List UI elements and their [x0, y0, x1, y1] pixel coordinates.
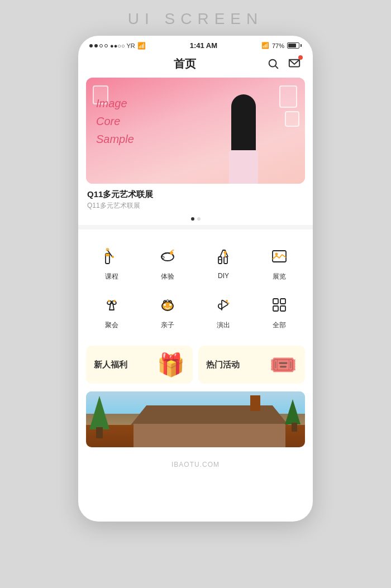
promo-row: 新人福利 🎁 热门活动 🎟️ — [78, 340, 313, 389]
slide-dot-2[interactable] — [197, 217, 201, 221]
svg-point-24 — [166, 300, 169, 302]
category-performance[interactable]: 演出 — [196, 287, 251, 336]
experience-label: 体验 — [161, 272, 174, 281]
category-all[interactable]: 全部 — [251, 287, 307, 336]
svg-point-22 — [164, 304, 166, 306]
svg-point-23 — [169, 304, 171, 306]
svg-point-10 — [162, 256, 164, 259]
status-bar: ●●○○ YR 📶 1:41 AM 📶 77% — [78, 36, 313, 52]
svg-rect-29 — [273, 306, 278, 311]
diy-icon — [211, 244, 236, 269]
svg-point-7 — [107, 248, 109, 251]
category-grid: 课程 体验 — [78, 230, 313, 340]
battery-body — [287, 42, 299, 49]
person-hair — [231, 94, 256, 150]
svg-rect-28 — [280, 299, 285, 304]
banner-line3: Sample — [96, 130, 134, 148]
banner-frame-3 — [285, 111, 299, 127]
search-button[interactable] — [265, 55, 282, 72]
svg-point-25 — [226, 300, 228, 302]
party-icon — [99, 293, 124, 317]
course-label: 课程 — [105, 272, 118, 281]
svg-line-1 — [275, 66, 278, 68]
svg-rect-13 — [224, 257, 227, 264]
svg-point-26 — [228, 303, 230, 304]
battery-fill — [288, 44, 296, 47]
banner-frame-2 — [279, 85, 297, 108]
promo-hot-events-label: 热门活动 — [206, 360, 240, 370]
performance-icon — [211, 293, 236, 317]
promo-hot-events[interactable]: 热门活动 🎟️ — [198, 346, 305, 384]
svg-rect-4 — [106, 254, 109, 256]
svg-point-14 — [224, 251, 227, 254]
category-exhibition[interactable]: 展览 — [251, 238, 307, 287]
section-divider — [78, 225, 313, 230]
banner-line2: Core — [96, 112, 134, 130]
performance-label: 演出 — [217, 321, 230, 330]
wifi-icon: 📶 — [137, 42, 146, 50]
tree-trunk-left — [96, 427, 103, 438]
banner-person — [221, 94, 266, 184]
bluetooth-icon: 📶 — [261, 42, 269, 49]
gift-icon: 🎁 — [157, 352, 185, 378]
ui-screen-label: UI SCREEN — [128, 10, 263, 28]
parent-child-icon — [155, 293, 180, 317]
building-roof — [131, 405, 288, 425]
svg-rect-11 — [218, 257, 222, 264]
hero-banner[interactable]: Image Core Sample — [86, 78, 305, 184]
category-party[interactable]: 聚会 — [84, 287, 140, 336]
status-left: ●●○○ YR 📶 — [89, 42, 146, 50]
message-badge — [298, 55, 303, 60]
banner-text: Image Core Sample — [96, 94, 134, 148]
chimney — [250, 395, 260, 411]
party-label: 聚会 — [105, 321, 118, 330]
slide-dot-1[interactable] — [191, 217, 194, 221]
svg-point-19 — [108, 300, 110, 302]
page-title: 首页 — [105, 56, 265, 71]
slide-dots — [78, 217, 313, 221]
message-button[interactable] — [286, 55, 303, 72]
promo-new-user[interactable]: 新人福利 🎁 — [86, 346, 193, 384]
dot3 — [99, 44, 103, 47]
exhibition-label: 展览 — [273, 272, 286, 281]
exhibition-icon — [267, 244, 292, 269]
site-watermark: IBAOTU.COM — [78, 455, 313, 472]
tree-right — [285, 399, 301, 424]
status-right: 📶 77% — [261, 42, 302, 49]
category-experience[interactable]: 体验 — [140, 238, 196, 287]
category-diy[interactable]: DIY — [196, 238, 251, 287]
header-icons — [265, 55, 303, 72]
diy-label: DIY — [218, 272, 229, 280]
dot4 — [104, 44, 108, 47]
svg-rect-27 — [273, 299, 278, 304]
phone-frame: ●●○○ YR 📶 1:41 AM 📶 77% 首页 — [78, 36, 313, 522]
tree-trunk-right — [292, 423, 297, 432]
time-display: 1:41 AM — [190, 41, 217, 50]
signal-dots — [89, 44, 108, 47]
category-course[interactable]: 课程 — [84, 238, 140, 287]
parent-child-label: 亲子 — [161, 321, 174, 330]
svg-point-9 — [170, 251, 173, 255]
svg-rect-30 — [280, 306, 285, 311]
svg-point-16 — [275, 253, 278, 256]
category-parent-child[interactable]: 亲子 — [140, 287, 196, 336]
ticket-icon: 🎟️ — [269, 352, 297, 378]
building-wall — [133, 424, 285, 447]
svg-point-6 — [112, 256, 114, 258]
course-icon — [99, 244, 124, 269]
all-label: 全部 — [273, 321, 286, 330]
tree-left — [89, 396, 109, 429]
banner-line1: Image — [96, 94, 134, 112]
slide-info: Q11多元艺术联展 Q11多元艺术联展 — [78, 184, 313, 213]
dot1 — [89, 44, 93, 47]
svg-point-20 — [113, 300, 116, 302]
carrier-text: ●●○○ YR — [110, 42, 135, 49]
experience-icon — [155, 244, 180, 269]
dot2 — [94, 44, 98, 47]
all-icon — [267, 293, 292, 317]
app-header: 首页 — [78, 52, 313, 78]
battery-tip — [301, 44, 302, 47]
slide-subtitle: Q11多元艺术联展 — [87, 201, 304, 211]
slide-title: Q11多元艺术联展 — [87, 189, 304, 200]
battery-indicator — [287, 42, 302, 49]
